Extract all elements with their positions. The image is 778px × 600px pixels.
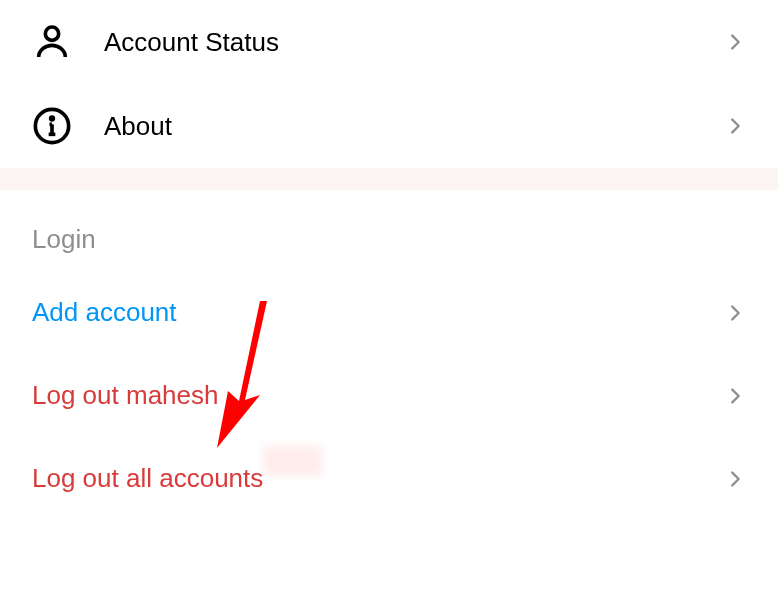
chevron-right-icon bbox=[724, 385, 746, 407]
add-account-row[interactable]: Add account bbox=[0, 271, 778, 354]
login-section-header: Login bbox=[0, 190, 778, 271]
about-label: About bbox=[104, 111, 724, 142]
chevron-right-icon bbox=[724, 31, 746, 53]
about-row[interactable]: About bbox=[0, 84, 778, 168]
section-divider bbox=[0, 168, 778, 190]
add-account-label: Add account bbox=[32, 297, 724, 328]
logout-all-label: Log out all accounts bbox=[32, 463, 724, 494]
logout-all-row[interactable]: Log out all accounts bbox=[0, 437, 778, 520]
chevron-right-icon bbox=[724, 115, 746, 137]
person-icon bbox=[32, 22, 72, 62]
chevron-right-icon bbox=[724, 468, 746, 490]
account-status-row[interactable]: Account Status bbox=[0, 0, 778, 84]
chevron-right-icon bbox=[724, 302, 746, 324]
logout-user-row[interactable]: Log out mahesh bbox=[0, 354, 778, 437]
info-icon bbox=[32, 106, 72, 146]
account-status-label: Account Status bbox=[104, 27, 724, 58]
svg-point-3 bbox=[51, 117, 54, 120]
svg-point-0 bbox=[45, 27, 58, 40]
logout-user-label: Log out mahesh bbox=[32, 380, 724, 411]
